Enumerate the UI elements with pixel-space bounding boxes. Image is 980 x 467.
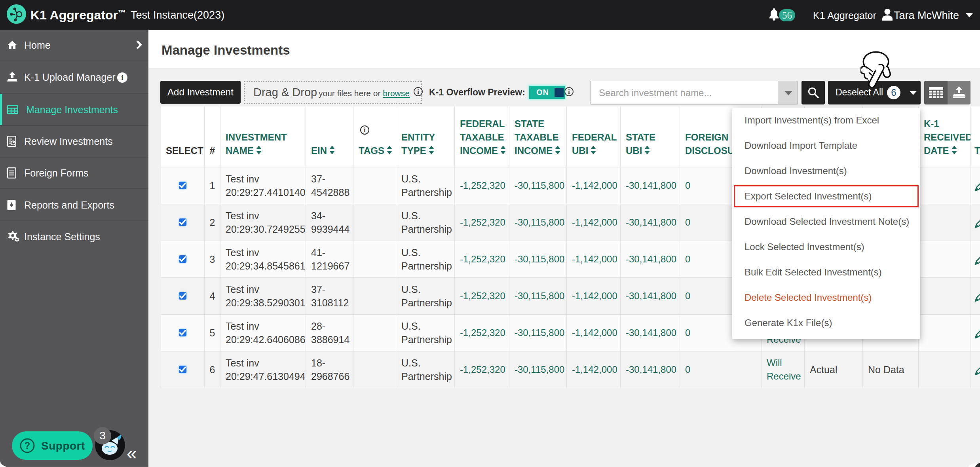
svg-text:?: ? — [25, 440, 30, 451]
